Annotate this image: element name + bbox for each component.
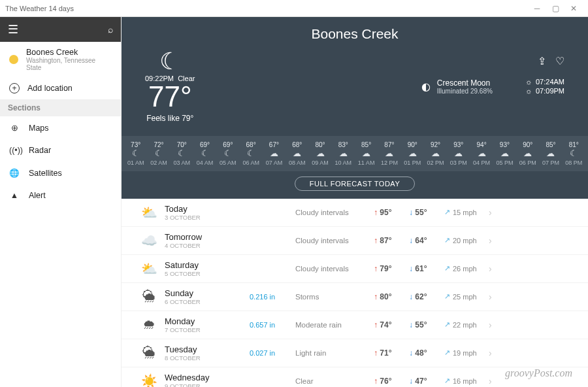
hour-cell[interactable]: 92°☁02 PM	[424, 140, 447, 167]
add-location-button[interactable]: + Add location	[0, 77, 121, 99]
wind-icon: ↗	[444, 236, 450, 244]
window-close-icon[interactable]: ✕	[564, 4, 583, 13]
sidebar-item-alert[interactable]: ▲ Alert	[0, 184, 121, 207]
full-forecast-wrap: FULL FORECAST TODAY	[122, 171, 588, 199]
wind-icon: ↗	[444, 264, 450, 273]
plus-icon: +	[9, 83, 20, 93]
hour-cell[interactable]: 93°☁05 PM	[493, 140, 516, 167]
full-forecast-button[interactable]: FULL FORECAST TODAY	[295, 177, 415, 191]
weather-icon: ⛅	[133, 261, 165, 277]
radar-icon: ((•))	[9, 146, 20, 155]
sidebar-item-maps[interactable]: ⊕ Maps	[0, 116, 121, 139]
window-title: The Weather 14 days	[5, 5, 74, 12]
chevron-right-icon: ›	[489, 235, 492, 246]
chevron-right-icon: ›	[489, 320, 492, 330]
daily-row[interactable]: ⛅Saturday5 OCTOBERCloudy intervals↑ 79°↓…	[122, 255, 588, 283]
chevron-right-icon: ›	[489, 292, 492, 302]
location-sub: Washington, Tennessee State	[26, 57, 112, 71]
hour-cell[interactable]: 67°☁07 AM	[263, 140, 286, 167]
alert-icon: ▲	[9, 191, 20, 200]
current-moon-icon: ☾	[145, 50, 195, 73]
hour-cell[interactable]: 90°☁06 PM	[516, 140, 539, 167]
current-conditions: ☾ 09:22PM Clear 77° Feels like 79°	[145, 50, 195, 123]
wind-icon: ↗	[444, 208, 450, 216]
daily-row[interactable]: ⛅Today3 OCTOBERCloudy intervals↑ 95°↓ 55…	[122, 199, 588, 227]
hour-cell[interactable]: 85°☁11 AM	[355, 140, 378, 167]
location-name: Boones Creek	[26, 48, 112, 57]
window-maximize-icon[interactable]: ▢	[546, 4, 564, 13]
hour-cell[interactable]: 87°☁12 PM	[378, 140, 400, 167]
moon-phase-block: ◐ Crescent Moon Illuminated 29.68%	[421, 78, 493, 95]
wind-icon: ↗	[444, 320, 450, 329]
chevron-right-icon: ›	[489, 263, 492, 274]
weather-icon: 🌦	[133, 345, 165, 360]
sun-times: ☼07:24AM ☼07:09PM	[525, 76, 564, 96]
weather-icon: 🌦	[133, 289, 165, 304]
share-icon[interactable]: ⇪	[538, 55, 546, 67]
wind-icon: ↗	[444, 292, 450, 301]
globe-icon: ⊕	[9, 123, 20, 133]
hour-cell[interactable]: 68°☾06 AM	[239, 140, 262, 167]
sun-dot-icon	[9, 55, 18, 64]
hour-cell[interactable]: 69°☾05 AM	[216, 140, 239, 167]
hour-cell[interactable]: 80°☁09 AM	[308, 140, 331, 167]
hour-cell[interactable]: 85°☁07 PM	[539, 140, 562, 167]
hour-cell[interactable]: 72°☾02 AM	[147, 140, 170, 167]
hero-panel: Boones Creek ⇪ ♡ ☾ 09:22PM Clear 77° Fee…	[122, 17, 588, 136]
chevron-right-icon: ›	[489, 207, 492, 218]
wind-icon: ↗	[444, 377, 450, 385]
hour-cell[interactable]: 73°☾01 AM	[124, 140, 147, 167]
wind-icon: ↗	[444, 348, 450, 357]
hour-cell[interactable]: 70°☾03 AM	[171, 140, 193, 167]
weather-icon: ☁️	[133, 233, 165, 248]
hour-cell[interactable]: 90°☁01 PM	[401, 140, 424, 167]
sidebar-top: ☰ ⌕	[0, 17, 121, 42]
weather-icon: ☀️	[133, 373, 165, 387]
hour-cell[interactable]: 68°☁08 AM	[286, 140, 308, 167]
weather-icon: ⛅	[133, 205, 165, 220]
moon-phase-icon: ◐	[421, 80, 431, 93]
daily-row[interactable]: 🌦Sunday6 OCTOBER0.216 inStorms↑ 80°↓ 62°…	[122, 283, 588, 311]
search-icon[interactable]: ⌕	[108, 24, 113, 35]
window-titlebar: The Weather 14 days ─ ▢ ✕	[0, 0, 588, 17]
sunrise-icon: ☼	[525, 78, 532, 86]
sidebar-item-radar[interactable]: ((•)) Radar	[0, 139, 121, 161]
window-minimize-icon[interactable]: ─	[528, 4, 546, 13]
main-content: Boones Creek ⇪ ♡ ☾ 09:22PM Clear 77° Fee…	[122, 17, 588, 387]
sunset-icon: ☼	[525, 87, 532, 95]
sidebar: ☰ ⌕ Boones Creek Washington, Tennessee S…	[0, 17, 122, 387]
hourly-strip[interactable]: 73°☾01 AM72°☾02 AM70°☾03 AM69°☾04 AM69°☾…	[122, 136, 588, 171]
hero-location-title: Boones Creek	[140, 26, 570, 42]
hour-cell[interactable]: 93°☁03 PM	[447, 140, 470, 167]
chevron-right-icon: ›	[489, 376, 492, 386]
daily-row[interactable]: ☁️Tomorrow4 OCTOBERCloudy intervals↑ 87°…	[122, 227, 588, 255]
chevron-right-icon: ›	[489, 348, 492, 358]
sidebar-item-satellites[interactable]: 🌐 Satellites	[0, 161, 121, 184]
daily-row[interactable]: ☀️Wednesday9 OCTOBERClear↑ 76°↓ 47°↗16 m…	[122, 367, 588, 387]
sections-header: Sections	[0, 99, 121, 116]
favorite-icon[interactable]: ♡	[555, 55, 564, 67]
hour-cell[interactable]: 83°☁10 AM	[332, 140, 355, 167]
sidebar-location[interactable]: Boones Creek Washington, Tennessee State	[0, 42, 121, 77]
daily-row[interactable]: 🌧Monday7 OCTOBER0.657 inModerate rain↑ 7…	[122, 311, 588, 339]
current-temp: 77°	[145, 82, 195, 111]
hour-cell[interactable]: 94°☁04 PM	[470, 140, 493, 167]
feels-like: Feels like 79°	[145, 114, 195, 123]
weather-icon: 🌧	[133, 317, 165, 332]
satellite-icon: 🌐	[9, 168, 20, 178]
hamburger-icon[interactable]: ☰	[8, 22, 18, 37]
hour-cell[interactable]: 69°☾04 AM	[193, 140, 216, 167]
daily-forecast-list: ⛅Today3 OCTOBERCloudy intervals↑ 95°↓ 55…	[122, 199, 588, 387]
hour-cell[interactable]: 81°☾08 PM	[563, 140, 585, 167]
daily-row[interactable]: 🌦Tuesday8 OCTOBER0.027 inLight rain↑ 71°…	[122, 339, 588, 367]
